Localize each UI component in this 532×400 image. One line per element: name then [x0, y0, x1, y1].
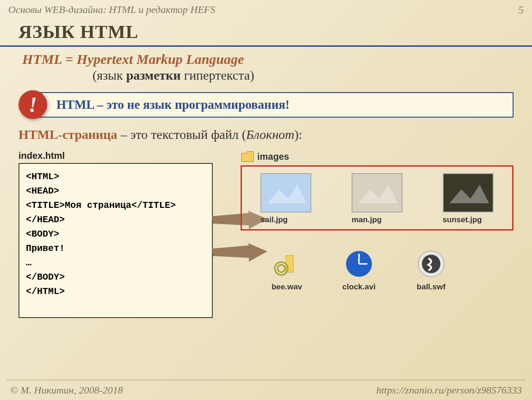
- warning-icon: !: [19, 90, 47, 119]
- code-line: </HTML>: [26, 284, 205, 299]
- image-icon: [445, 175, 491, 210]
- svg-point-10: [278, 265, 285, 272]
- image-thumbnail: man.jpg: [352, 173, 402, 225]
- callout-text: HTML – это не язык программирования!: [33, 92, 513, 118]
- file-label: clock.avi: [331, 282, 387, 292]
- footer-rule: [6, 380, 526, 381]
- page-number: 5: [518, 4, 524, 16]
- image-thumbnail: sail.jpg: [260, 173, 311, 225]
- code-line: </BODY>: [26, 270, 205, 284]
- thumb-label: man.jpg: [352, 215, 402, 225]
- code-line: <BODY>: [26, 227, 205, 241]
- definition-line-2: (язык разметки гипертекста): [93, 68, 513, 83]
- code-line: Привет!: [26, 241, 205, 256]
- page-description: HTML-страница – это текстовый файл (Блок…: [19, 127, 513, 142]
- code-line: …: [26, 256, 205, 270]
- file-item: 1clock.avi: [331, 249, 387, 292]
- file-item: ball.swf: [403, 249, 459, 292]
- image-thumbnail: sunset.jpg: [443, 173, 494, 225]
- images-folder-label: images: [257, 151, 289, 162]
- svg-rect-2: [263, 175, 309, 210]
- code-line: <HTML>: [26, 169, 205, 184]
- thumb-label: sail.jpg: [260, 215, 311, 225]
- file-item: bee.wav: [259, 249, 315, 292]
- code-block: <HTML><HEAD><TITLE>Моя страница</TITLE><…: [19, 163, 213, 318]
- file-label: bee.wav: [259, 282, 315, 292]
- code-line: </HEAD>: [26, 212, 205, 227]
- images-box: sail.jpgman.jpgsunset.jpg: [241, 165, 513, 231]
- breadcrumb: Основы WEB-дизайна: HTML и редактор HEFS: [8, 4, 215, 16]
- image-icon: [263, 175, 309, 210]
- svg-text:1: 1: [357, 253, 361, 262]
- slide-title: ЯЗЫК HTML: [0, 19, 532, 47]
- svg-point-16: [422, 255, 440, 273]
- code-line: <HEAD>: [26, 184, 205, 198]
- svg-rect-4: [354, 175, 400, 210]
- thumb-label: sunset.jpg: [443, 215, 494, 225]
- image-icon: [354, 175, 400, 210]
- file-label: ball.swf: [403, 282, 459, 292]
- footer-copyright: © М. Никитин, 2008-2018: [10, 384, 123, 396]
- folder-icon: [241, 150, 254, 162]
- code-filename: index.html: [19, 150, 213, 161]
- svg-rect-6: [445, 175, 491, 210]
- callout: ! HTML – это не язык программирования!: [19, 90, 513, 119]
- video-icon: 1: [344, 249, 374, 279]
- audio-icon: [272, 249, 302, 279]
- code-line: <TITLE>Моя страница</TITLE>: [26, 198, 205, 212]
- definition-line-1: HTML = Hypertext Markup Language: [22, 51, 513, 67]
- flash-icon: [416, 249, 446, 279]
- footer-url: https://znanio.ru/person/z98576333: [376, 384, 522, 396]
